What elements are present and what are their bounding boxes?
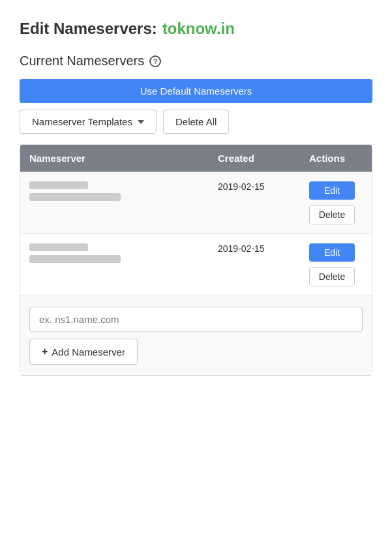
nameserver-templates-button[interactable]: Nameserver Templates <box>20 110 157 134</box>
created-cell-1: 2019-02-15 <box>209 172 300 234</box>
actions-cell-2: Edit Delete <box>300 234 372 296</box>
use-default-button[interactable]: Use Default Nameservers <box>20 79 372 103</box>
domain-name: toknow.in <box>162 20 235 38</box>
nameserver-text-1 <box>29 181 121 204</box>
top-actions: Use Default Nameservers Nameserver Templ… <box>20 79 372 134</box>
created-cell-2: 2019-02-15 <box>209 234 300 296</box>
created-date-2: 2019-02-15 <box>218 243 265 254</box>
help-icon[interactable]: ? <box>149 55 161 67</box>
nameserver-blurred-line-1 <box>29 181 88 189</box>
nameserver-input[interactable] <box>29 307 363 332</box>
nameserver-cell-2 <box>20 234 209 296</box>
edit-button-1[interactable]: Edit <box>309 181 355 200</box>
delete-button-1[interactable]: Delete <box>309 205 355 224</box>
col-header-nameserver: Nameserver <box>20 145 209 172</box>
edit-button-2[interactable]: Edit <box>309 243 355 262</box>
table-row: 2019-02-15 Edit Delete <box>20 234 372 296</box>
add-nameserver-button[interactable]: + Add Nameserver <box>29 339 138 365</box>
nameserver-blurred-line-4 <box>29 255 121 263</box>
nameserver-blurred-line-2 <box>29 193 121 201</box>
top-actions-row2: Nameserver Templates Delete All <box>20 110 372 134</box>
delete-button-2[interactable]: Delete <box>309 267 355 286</box>
col-header-created: Created <box>209 145 300 172</box>
nameservers-table: Nameserver Created Actions 2019-02-15 Ed… <box>20 144 372 376</box>
nameserver-cell-1 <box>20 172 209 234</box>
actions-cell-1: Edit Delete <box>300 172 372 234</box>
chevron-down-icon <box>138 120 144 124</box>
table-header: Nameserver Created Actions <box>20 145 372 172</box>
page-title: Edit Nameservers: toknow.in <box>20 20 372 38</box>
section-title: Current Nameservers ? <box>20 54 372 69</box>
created-date-1: 2019-02-15 <box>218 181 265 192</box>
table-row: 2019-02-15 Edit Delete <box>20 172 372 234</box>
title-prefix: Edit Nameservers: <box>20 20 157 38</box>
nameserver-text-2 <box>29 243 121 266</box>
col-header-actions: Actions <box>300 145 372 172</box>
delete-all-button[interactable]: Delete All <box>163 110 229 134</box>
nameserver-blurred-line-3 <box>29 243 88 251</box>
plus-icon: + <box>42 346 48 358</box>
add-nameserver-row: + Add Nameserver <box>20 296 372 375</box>
